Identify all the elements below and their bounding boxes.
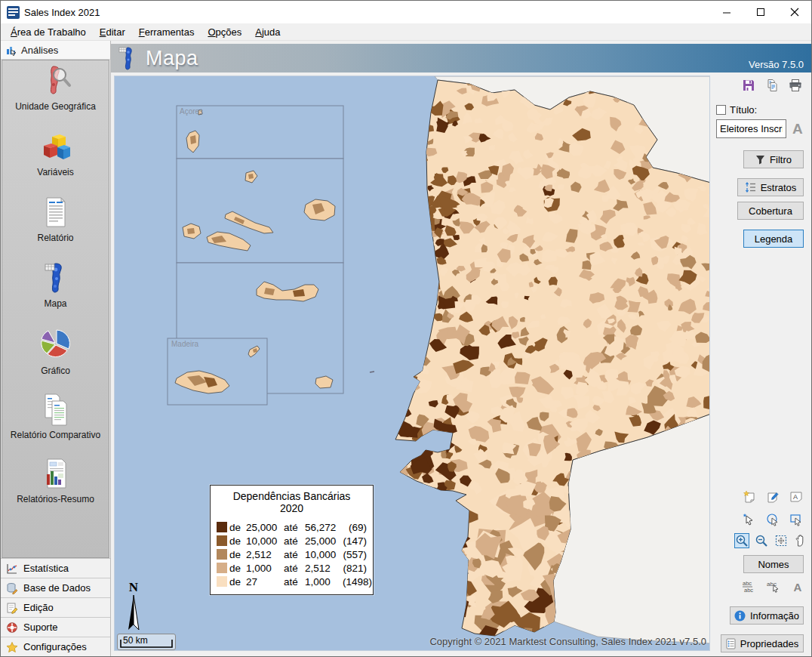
edit-note-tool[interactable] — [765, 489, 780, 504]
portugal-choropleth-map[interactable] — [115, 76, 710, 651]
sidebar-item-label: Relatório — [35, 233, 75, 243]
select-pointer-tool[interactable] — [742, 512, 757, 527]
legend-text: 10,000 — [305, 549, 343, 560]
filter-icon — [755, 155, 765, 165]
titulo-checkbox[interactable] — [716, 105, 726, 115]
sidebar-section-configuracoes[interactable]: Configurações — [1, 637, 110, 656]
legenda-label: Legenda — [755, 233, 793, 245]
variables-cubes-icon — [39, 129, 72, 165]
legend-text: de — [229, 576, 246, 588]
sidebar-section-label: Suporte — [23, 622, 58, 633]
label-tools-row: abcabc abc A — [740, 579, 805, 594]
legenda-button[interactable]: Legenda — [743, 230, 804, 248]
sidebar-item-unidade-geografica[interactable]: Unidade Geográfica — [2, 63, 109, 129]
titulo-input[interactable] — [716, 119, 786, 138]
sidebar-section-estatistica[interactable]: Estatística — [1, 558, 110, 578]
propriedades-label: Propriedades — [740, 638, 798, 649]
legend-row: de10,000até25,000(147) — [217, 534, 367, 548]
sidebar-section-label: Edição — [23, 602, 54, 613]
legend-text: de — [229, 549, 246, 560]
sidebar-sections: Estatística Base de Dados — [1, 558, 110, 656]
text-note-tool[interactable]: A — [789, 489, 804, 504]
minimize-button[interactable] — [709, 1, 743, 23]
print-icon[interactable] — [789, 79, 802, 92]
menu-area-de-trabalho[interactable]: Área de Trabalho — [4, 25, 93, 39]
north-arrow: N — [121, 581, 146, 636]
sidebar-section-label: Configurações — [23, 641, 87, 652]
sidebar-item-grafico[interactable]: Gráfico — [2, 326, 109, 392]
sidebar-item-relatorios-resumo[interactable]: Relatórios-Resumo — [2, 458, 109, 523]
sidebar-tool-list: Unidade Geográfica Variáveis — [2, 60, 109, 558]
title-font-button[interactable]: A — [792, 121, 803, 137]
close-button[interactable] — [777, 1, 811, 23]
menu-ferramentas[interactable]: Ferramentas — [132, 25, 201, 39]
legend-row: de1,000até2,512(821) — [217, 561, 367, 575]
legend-text: até — [284, 535, 305, 547]
sidebar-section-label: Base de Dados — [23, 582, 91, 594]
scale-bar-icon — [118, 634, 175, 649]
zoom-extent-tool[interactable] — [774, 533, 789, 548]
svg-text:abc: abc — [743, 580, 752, 587]
legend-row: de27até1,000(1498) — [217, 575, 367, 588]
legend-text: de — [229, 522, 246, 533]
pan-hand-tool[interactable] — [793, 533, 808, 548]
maximize-button[interactable] — [743, 1, 777, 23]
lifebuoy-icon — [6, 622, 18, 634]
sidebar-section-suporte[interactable]: Suporte — [1, 617, 110, 637]
legend-text: 2,512 — [305, 563, 343, 574]
title-bar: Sales Index 2021 — [1, 1, 811, 23]
database-icon — [6, 582, 18, 594]
zoom-in-tool[interactable] — [734, 533, 749, 548]
legend-text: (1498) — [343, 576, 372, 588]
legend-text: (69) — [343, 522, 367, 533]
propriedades-button[interactable]: Propriedades — [721, 634, 804, 652]
sidebar-section-label: Estatística — [23, 563, 69, 574]
select-tools-row — [742, 512, 804, 527]
legend-text: 25,000 — [246, 522, 284, 533]
label-pick-tool[interactable]: abc — [765, 579, 780, 594]
cobertura-label: Cobertura — [749, 205, 792, 217]
map-canvas[interactable]: Açores Madeira Dependências Bancárias 20… — [114, 76, 710, 651]
edit-icon — [6, 602, 18, 614]
legend-text: (147) — [343, 535, 367, 547]
map-legend[interactable]: Dependências Bancárias 2020 de25,000até5… — [210, 485, 374, 595]
sidebar-item-relatorio-comparativo[interactable]: Relatório Comparativo — [2, 392, 109, 458]
north-arrow-icon — [125, 594, 142, 633]
sidebar-item-mapa[interactable]: Mapa — [2, 261, 109, 326]
nomes-button[interactable]: Nomes — [743, 555, 804, 573]
menu-bar: Área de Trabalho Editar Ferramentas Opçõ… — [1, 23, 811, 41]
sidebar-section-base-de-dados[interactable]: Base de Dados — [1, 578, 110, 597]
copyright-text: Copyright © 2021 Marktest Consulting, Sa… — [429, 636, 706, 647]
annotation-tools-row: A — [742, 489, 804, 504]
legend-text: 56,272 — [305, 522, 343, 533]
titulo-label: Título: — [730, 104, 757, 116]
zoom-out-tool[interactable] — [754, 533, 769, 548]
strata-icon — [745, 182, 756, 193]
scale-bar: 50 km — [117, 634, 176, 650]
legend-swatch — [217, 535, 227, 546]
labels-all-tool[interactable]: abcabc — [740, 579, 755, 594]
zoom-tools-row — [734, 533, 808, 548]
menu-opcoes[interactable]: Opções — [201, 25, 248, 39]
right-panel: Título: A Filtro — [712, 72, 811, 656]
estratos-button[interactable]: Estratos — [737, 178, 804, 196]
legend-row: de2,512até10,000(557) — [217, 548, 367, 561]
cobertura-button[interactable]: Cobertura — [737, 202, 804, 220]
new-note-tool[interactable] — [742, 489, 757, 504]
sidebar-header-analises[interactable]: Análises — [1, 41, 110, 60]
legend-row: de25,000até56,272(69) — [217, 520, 367, 534]
copy-icon[interactable] — [765, 79, 779, 92]
menu-editar[interactable]: Editar — [93, 25, 132, 39]
sidebar-item-variaveis[interactable]: Variáveis — [2, 129, 109, 195]
menu-ajuda[interactable]: Ajuda — [248, 25, 287, 39]
sidebar-item-relatorio[interactable]: Relatório — [2, 195, 109, 261]
save-icon[interactable] — [742, 79, 755, 92]
label-font-button[interactable]: A — [790, 579, 805, 594]
informacao-button[interactable]: Informação — [730, 606, 804, 625]
select-rectangle-tool[interactable] — [789, 512, 804, 527]
filtro-button[interactable]: Filtro — [743, 150, 804, 168]
select-circle-tool[interactable] — [765, 512, 780, 527]
sidebar-item-label: Unidade Geográfica — [13, 102, 98, 112]
info-icon — [734, 610, 746, 622]
sidebar-section-edicao[interactable]: Edição — [1, 597, 110, 617]
